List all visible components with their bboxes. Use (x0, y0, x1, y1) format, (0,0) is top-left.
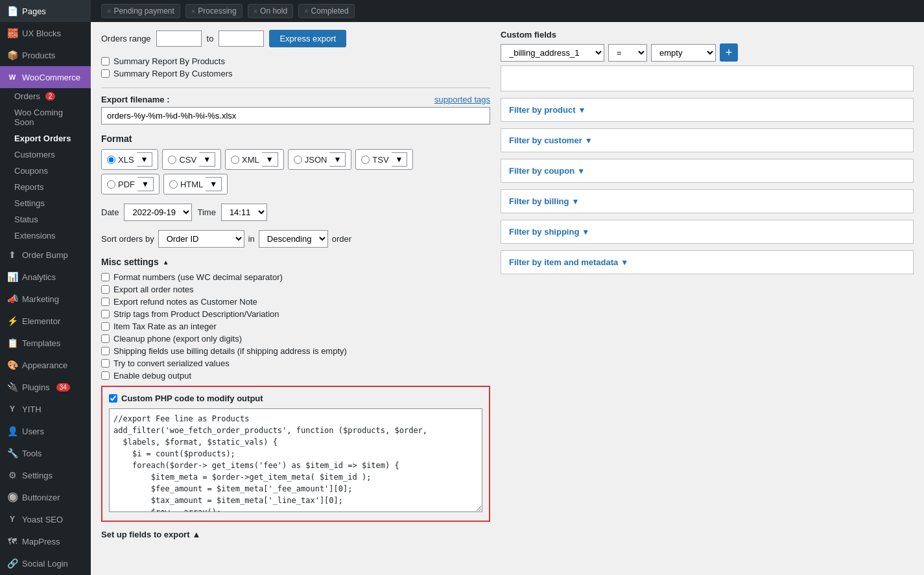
shipping-fields-checkbox[interactable] (101, 347, 110, 355)
cleanup-phone-label[interactable]: Cleanup phone (export only digits) (113, 334, 242, 344)
sidebar-item-mappress[interactable]: 🗺 MapPress (0, 530, 91, 552)
sidebar-sub-orders[interactable]: Orders 2 (0, 88, 91, 104)
custom-field-value-select[interactable]: empty not empty (651, 44, 716, 62)
setup-fields-row[interactable]: Set up fields to export ▲ (101, 530, 490, 539)
export-filename-input[interactable] (101, 107, 490, 124)
custom-field-name-select[interactable]: _billing_address_1 (501, 44, 604, 62)
format-xls-radio[interactable] (107, 156, 115, 164)
format-csv[interactable]: CSV ▼ (162, 149, 221, 170)
summary-by-customers-checkbox[interactable] (101, 69, 110, 78)
sidebar-item-products[interactable]: 📦 Products (0, 44, 91, 66)
sidebar-item-templates[interactable]: 📋 Templates (0, 332, 91, 354)
export-refund-notes-label[interactable]: Export refund notes as Customer Note (113, 297, 257, 307)
express-export-button[interactable]: Express export (269, 30, 346, 47)
format-xml[interactable]: XML ▼ (225, 149, 284, 170)
supported-tags-link[interactable]: supported tags (434, 95, 490, 104)
sidebar-item-appearance[interactable]: 🎨 Appearance (0, 354, 91, 376)
sidebar-sub-settings[interactable]: Settings (0, 195, 91, 211)
format-numbers-checkbox[interactable] (101, 273, 110, 281)
sidebar-sub-status[interactable]: Status (0, 211, 91, 228)
format-csv-radio[interactable] (168, 156, 176, 164)
sort-dir-select[interactable]: Descending Ascending (259, 230, 328, 248)
sidebar-item-plugins[interactable]: 🔌 Plugins 34 (0, 376, 91, 398)
sidebar-sub-coupons[interactable]: Coupons (0, 163, 91, 179)
filter-product-header[interactable]: Filter by product ▼ (501, 99, 913, 121)
sidebar-item-yith[interactable]: Y YITH (0, 398, 91, 420)
sidebar-sub-woo-coming-soon[interactable]: Woo Coming Soon (0, 104, 91, 130)
format-pdf[interactable]: PDF ▼ (101, 174, 160, 194)
custom-field-add-button[interactable]: + (720, 43, 738, 62)
format-html-radio[interactable] (169, 180, 178, 189)
export-order-notes-label[interactable]: Export all order notes (113, 285, 194, 294)
sidebar-item-yoast-seo[interactable]: Y Yoast SEO (0, 508, 91, 530)
summary-by-customers-label[interactable]: Summary Report By Customers (113, 69, 233, 78)
filter-customer-header[interactable]: Filter by customer ▼ (501, 129, 913, 152)
sidebar-item-users[interactable]: 👤 Users (0, 420, 91, 442)
misc-settings-header[interactable]: Misc settings ▲ (101, 257, 490, 267)
format-json[interactable]: JSON ▼ (288, 149, 352, 170)
sidebar-sub-customers[interactable]: Customers (0, 147, 91, 163)
format-xls-dropdown[interactable]: ▼ (137, 152, 153, 167)
sidebar-item-tools[interactable]: 🔧 Tools (0, 442, 91, 464)
filter-billing-header[interactable]: Filter by billing ▼ (501, 190, 913, 213)
strip-tags-checkbox[interactable] (101, 310, 110, 318)
sidebar-item-order-bump[interactable]: ⬆ Order Bump (0, 244, 91, 266)
sidebar-item-social-login[interactable]: 🔗 Social Login (0, 552, 91, 574)
sidebar-item-marketing[interactable]: 📣 Marketing (0, 288, 91, 310)
filter-item-metadata-header[interactable]: Filter by item and metadata ▼ (501, 251, 913, 274)
shipping-fields-label[interactable]: Shipping fields use billing details (if … (113, 346, 347, 356)
format-xls[interactable]: XLS ▼ (101, 149, 158, 170)
sidebar-sub-export-orders[interactable]: Export Orders (0, 130, 91, 147)
status-tag-on-hold[interactable]: × On hold (248, 4, 293, 18)
format-pdf-radio[interactable] (107, 180, 115, 189)
filter-shipping-header[interactable]: Filter by shipping ▼ (501, 220, 913, 243)
format-numbers-label[interactable]: Format numbers (use WC decimal separator… (113, 272, 283, 282)
format-csv-dropdown[interactable]: ▼ (199, 152, 215, 167)
time-select[interactable]: 14:11 (221, 204, 267, 221)
sidebar-item-pages[interactable]: 📄 Pages (0, 0, 91, 22)
remove-on-hold-btn[interactable]: × (254, 7, 257, 15)
custom-php-textarea[interactable]: //export Fee line as Products add_filter… (109, 408, 482, 512)
export-refund-notes-checkbox[interactable] (101, 298, 110, 306)
format-html-dropdown[interactable]: ▼ (206, 177, 222, 191)
export-order-notes-checkbox[interactable] (101, 285, 110, 294)
remove-pending-btn[interactable]: × (107, 7, 111, 15)
sidebar-item-settings[interactable]: ⚙ Settings (0, 464, 91, 486)
format-json-radio[interactable] (294, 156, 302, 164)
format-tsv-dropdown[interactable]: ▼ (392, 152, 408, 167)
sidebar-item-woocommerce[interactable]: W WooCommerce (0, 66, 91, 88)
format-xml-dropdown[interactable]: ▼ (262, 152, 278, 167)
strip-tags-label[interactable]: Strip tags from Product Description/Vari… (113, 309, 279, 319)
item-tax-rate-label[interactable]: Item Tax Rate as an integer (113, 322, 217, 331)
sidebar-item-buttonizer[interactable]: 🔘 Buttonizer (0, 486, 91, 508)
sidebar-item-analytics[interactable]: 📊 Analytics (0, 266, 91, 288)
sidebar-sub-reports[interactable]: Reports (0, 179, 91, 195)
remove-processing-btn[interactable]: × (191, 7, 195, 15)
filter-coupon-header[interactable]: Filter by coupon ▼ (501, 159, 913, 182)
status-tag-completed[interactable]: × Completed (298, 4, 354, 18)
orders-range-to[interactable] (219, 30, 264, 47)
sort-by-select[interactable]: Order ID Order Date Customer Name (158, 230, 244, 248)
format-tsv-radio[interactable] (361, 156, 370, 164)
summary-by-products-checkbox[interactable] (101, 57, 110, 65)
orders-range-from[interactable] (156, 30, 202, 47)
format-tsv[interactable]: TSV ▼ (355, 149, 413, 170)
cleanup-phone-checkbox[interactable] (101, 334, 110, 343)
enable-debug-label[interactable]: Enable debug output (113, 371, 191, 381)
item-tax-rate-checkbox[interactable] (101, 322, 110, 331)
summary-by-products-label[interactable]: Summary Report By Products (113, 56, 225, 66)
enable-debug-checkbox[interactable] (101, 371, 110, 380)
sidebar-item-ux-blocks[interactable]: 🧱 UX Blocks (0, 22, 91, 44)
custom-php-checkbox[interactable] (109, 394, 117, 403)
remove-completed-btn[interactable]: × (304, 7, 308, 15)
custom-php-label[interactable]: Custom PHP code to modify output (121, 393, 263, 403)
format-json-dropdown[interactable]: ▼ (329, 152, 346, 167)
sidebar-item-elementor[interactable]: ⚡ Elementor (0, 310, 91, 332)
format-html[interactable]: HTML ▼ (163, 174, 228, 194)
status-tag-processing[interactable]: × Processing (185, 4, 243, 18)
status-tag-pending[interactable]: × Pending payment (101, 4, 180, 18)
sidebar-sub-extensions[interactable]: Extensions (0, 228, 91, 244)
format-xml-radio[interactable] (231, 156, 239, 164)
convert-serialized-checkbox[interactable] (101, 359, 110, 368)
format-pdf-dropdown[interactable]: ▼ (137, 177, 154, 191)
